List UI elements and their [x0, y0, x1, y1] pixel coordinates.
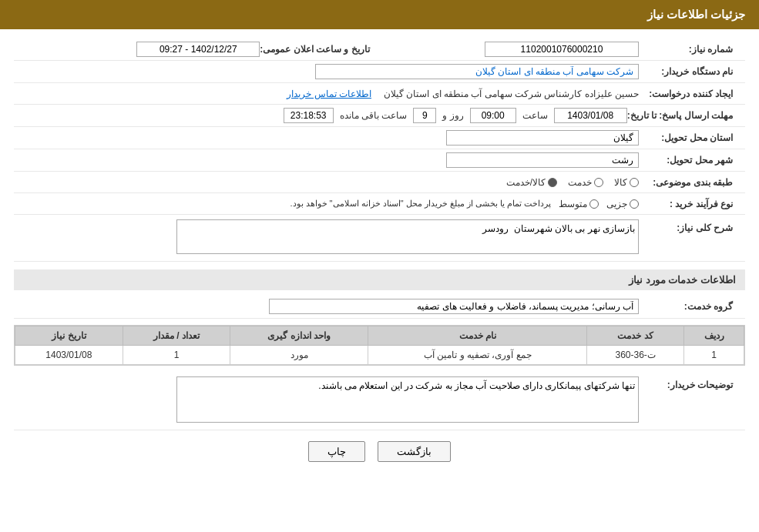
col-date: تاریخ نیاز [15, 326, 123, 346]
service-group-label: گروه خدمت: [639, 301, 739, 312]
request-number-row: شماره نیاز: تاریخ و ساعت اعلان عمومی: [14, 38, 745, 61]
button-row: بازگشت چاپ [14, 430, 745, 473]
request-number-label: شماره نیاز: [639, 44, 739, 55]
category-khedmat-label: خدمت [568, 177, 592, 188]
table-row: 1 ت-36-360 جمع آوری، تصفیه و تامین آب مو… [15, 346, 744, 365]
purchase-type-row: نوع فرآیند خرید : جزیی متوسط پرداخت تمام… [14, 193, 745, 215]
category-kala-khedmat-label: کالا/خدمت [506, 177, 546, 188]
radio-kala [630, 178, 639, 187]
remaining-time-input[interactable] [284, 108, 334, 123]
request-number-input[interactable] [485, 42, 639, 57]
cell-date: 1403/01/08 [15, 346, 123, 365]
purchase-type-note: پرداخت تمام یا بخشی از مبلغ خریدار محل "… [290, 199, 551, 209]
creator-name: حسین علیزاده کارشناس شرکت سهامی آب منطقه… [384, 89, 639, 99]
service-group-row: گروه خدمت: [14, 295, 745, 319]
radio-jozii [630, 199, 639, 209]
col-quantity: تعداد / مقدار [123, 326, 230, 346]
city-label: شهر محل تحویل: [639, 155, 739, 166]
print-button[interactable]: چاپ [308, 441, 365, 462]
province-row: استان محل تحویل: [14, 127, 745, 149]
announce-datetime-input[interactable] [136, 42, 260, 57]
col-row: ردیف [684, 326, 744, 346]
contact-link[interactable]: اطلاعات تماس خریدار [287, 89, 371, 99]
category-row: طبقه بندی موضوعی: کالا خدمت کالا/خدمت [14, 172, 745, 193]
deadline-row: مهلت ارسال پاسخ: تا تاریخ: ساعت روز و سا… [14, 105, 745, 127]
purchase-type-label: نوع فرآیند خرید : [639, 199, 739, 209]
day-label: روز و [442, 110, 463, 121]
jozii-label: جزیی [606, 199, 627, 209]
category-label: طبقه بندی موضوعی: [639, 177, 739, 188]
days-remaining-input[interactable] [413, 108, 436, 123]
buyer-notes-label: توضیحات خریدار: [639, 380, 739, 390]
radio-kala-khedmat [548, 178, 557, 187]
remaining-label: ساعت باقی مانده [340, 110, 408, 121]
category-kala-label: کالا [614, 177, 627, 188]
cell-unit: مورد [230, 346, 368, 365]
cell-quantity: 1 [123, 346, 230, 365]
category-option-2[interactable]: خدمت [568, 177, 603, 188]
category-option-1[interactable]: کالا [614, 177, 639, 188]
page-header: جزئیات اطلاعات نیاز [0, 0, 759, 29]
description-row: شرح کلی نیاز: بازسازی نهر بی بالان شهرست… [14, 215, 745, 262]
service-group-input[interactable] [269, 299, 639, 314]
motavaset-label: متوسط [559, 199, 587, 209]
cell-row: 1 [684, 346, 744, 365]
radio-motavaset [589, 199, 599, 209]
city-row: شهر محل تحویل: [14, 149, 745, 172]
buyer-name-input[interactable] [315, 64, 639, 79]
buyer-name-label: نام دستگاه خریدار: [639, 66, 739, 77]
province-label: استان محل تحویل: [639, 132, 739, 143]
deadline-label: مهلت ارسال پاسخ: تا تاریخ: [627, 110, 739, 121]
province-input[interactable] [446, 130, 639, 146]
buyer-notes-row: توضیحات خریدار: تنها شرکتهای پیمانکاری د… [14, 372, 745, 430]
creator-label: ایجاد کننده درخواست: [639, 89, 739, 99]
purchase-motavaset[interactable]: متوسط [559, 199, 599, 209]
cell-code: ت-36-360 [587, 346, 684, 365]
time-label: ساعت [522, 110, 548, 121]
purchase-jozii[interactable]: جزیی [606, 199, 639, 209]
services-table: ردیف کد خدمت نام خدمت واحد اندازه گیری ت… [15, 326, 744, 365]
deadline-date-input[interactable] [554, 108, 627, 123]
buyer-name-row: نام دستگاه خریدار: [14, 61, 745, 83]
buyer-notes-textarea[interactable]: تنها شرکتهای پیمانکاری دارای صلاحیت آب م… [176, 376, 639, 423]
col-unit: واحد اندازه گیری [230, 326, 368, 346]
col-code: کد خدمت [587, 326, 684, 346]
radio-khedmat [594, 178, 603, 187]
city-input[interactable] [446, 152, 639, 168]
description-textarea[interactable]: بازسازی نهر بی بالان شهرستان رودسر [176, 219, 639, 254]
creator-row: ایجاد کننده درخواست: حسین علیزاده کارشنا… [14, 83, 745, 105]
announce-datetime-label: تاریخ و ساعت اعلان عمومی: [260, 44, 375, 55]
description-label: شرح کلی نیاز: [639, 223, 739, 233]
cell-name: جمع آوری، تصفیه و تامین آب [368, 346, 587, 365]
category-option-3[interactable]: کالا/خدمت [506, 177, 557, 188]
deadline-time-input[interactable] [470, 108, 516, 123]
category-radio-group: کالا خدمت کالا/خدمت [20, 177, 639, 188]
back-button[interactable]: بازگشت [378, 441, 451, 462]
services-section-title: اطلاعات خدمات مورد نیاز [14, 269, 745, 290]
page-title: جزئیات اطلاعات نیاز [647, 8, 745, 21]
services-table-wrapper: ردیف کد خدمت نام خدمت واحد اندازه گیری ت… [14, 325, 745, 366]
col-name: نام خدمت [368, 326, 587, 346]
